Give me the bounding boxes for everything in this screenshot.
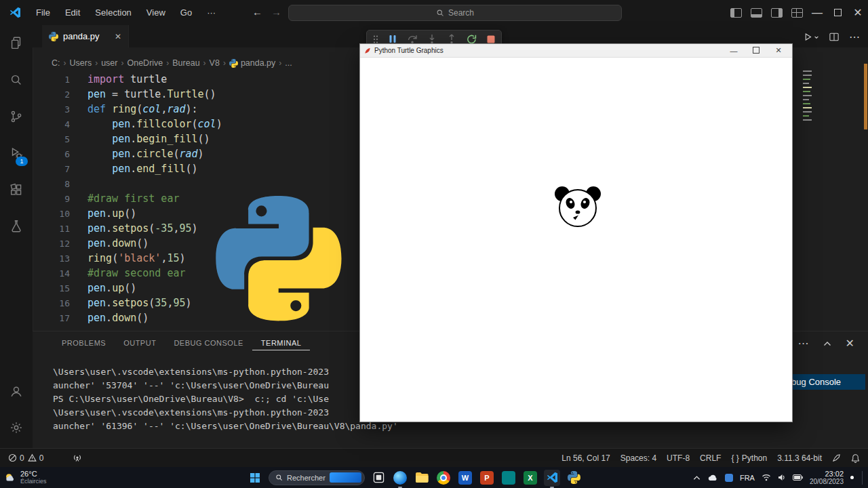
forward-arrow-icon[interactable]: →	[271, 6, 281, 18]
step-into-button[interactable]	[427, 34, 437, 44]
panel-close-icon[interactable]: ✕	[846, 337, 854, 350]
menu-item[interactable]: View	[139, 7, 173, 18]
breadcrumb-item[interactable]: V8	[210, 58, 220, 68]
code-line[interactable]: 15pen.up()	[33, 281, 222, 296]
menu-item[interactable]: Edit	[58, 7, 87, 18]
taskbar-app-teal-icon[interactable]	[500, 470, 517, 486]
encoding[interactable]: UTF-8	[667, 453, 690, 463]
panel-tab-terminal[interactable]: TERMINAL	[252, 336, 311, 350]
status-extra-icon[interactable]	[832, 453, 841, 462]
taskbar-app-browser-icon[interactable]	[435, 470, 452, 486]
breadcrumb-item[interactable]: C:	[52, 58, 60, 68]
terminal-output[interactable]: \Users\user\.vscode\extensions\ms-python…	[53, 365, 398, 433]
step-over-button[interactable]	[407, 34, 418, 44]
breadcrumb-item[interactable]: OneDrive	[127, 58, 163, 68]
breadcrumb-item[interactable]: ...	[285, 58, 292, 68]
menu-item[interactable]: File	[28, 7, 58, 18]
tab-panda-py[interactable]: panda.py ✕	[42, 25, 129, 47]
breadcrumb-item[interactable]: Bureau	[172, 58, 199, 68]
turtle-graphics-window[interactable]: Python Turtle Graphics — ✕	[359, 43, 793, 422]
tray-app-icon[interactable]	[725, 474, 733, 482]
task-view-icon[interactable]	[370, 470, 387, 486]
account-icon[interactable]	[0, 373, 33, 409]
code-line[interactable]: 11pen.setpos(-35,95)	[33, 221, 222, 236]
breadcrumb-item[interactable]: panda.py	[229, 58, 275, 68]
code-line[interactable]: 9#draw first ear	[33, 191, 222, 206]
search-sidebar-icon[interactable]	[0, 62, 33, 98]
taskbar-app-powerpoint-icon[interactable]: P	[479, 470, 495, 486]
command-search-box[interactable]: Search	[288, 5, 622, 21]
extensions-icon[interactable]	[0, 171, 33, 208]
toggle-secondary-sidebar-icon[interactable]	[766, 0, 787, 25]
drag-grip-icon[interactable]	[373, 35, 378, 44]
notifications-bell-icon[interactable]	[851, 453, 860, 463]
restart-button[interactable]	[467, 34, 477, 44]
panel-maximize-chevron-icon[interactable]	[823, 341, 831, 346]
minimize-button[interactable]: —	[807, 0, 827, 25]
start-button[interactable]	[247, 470, 263, 486]
minimap[interactable]	[802, 68, 813, 133]
toggle-panel-icon[interactable]	[746, 0, 766, 25]
taskbar-app-python-icon[interactable]	[566, 470, 582, 486]
more-actions-icon[interactable]: ⋯	[849, 30, 860, 43]
source-control-icon[interactable]	[0, 98, 33, 135]
menu-item[interactable]: ···	[199, 7, 223, 18]
explorer-icon[interactable]	[0, 25, 33, 62]
pause-button[interactable]	[389, 35, 397, 43]
taskbar-app-v scode-icon[interactable]	[544, 470, 560, 486]
customize-layout-icon[interactable]	[787, 0, 807, 25]
code-line[interactable]: 5 pen.begin_fill()	[33, 131, 222, 146]
code-line[interactable]: 1import turtle	[33, 72, 222, 87]
code-line[interactable]: 2pen = turtle.Turtle()	[33, 87, 222, 102]
wifi-icon[interactable]	[762, 474, 771, 481]
code-line[interactable]: 4 pen.fillcolor(col)	[33, 117, 222, 131]
settings-gear-icon[interactable]	[0, 409, 33, 446]
code-line[interactable]: 7 pen.end_fill()	[33, 161, 222, 176]
maximize-button[interactable]	[827, 0, 848, 25]
code-line[interactable]: 8	[33, 176, 222, 191]
onedrive-cloud-icon[interactable]	[707, 474, 718, 481]
volume-icon[interactable]	[778, 474, 786, 481]
menu-item[interactable]: Go	[173, 7, 199, 18]
errors-indicator[interactable]: 0	[8, 453, 24, 463]
toggle-sidebar-icon[interactable]	[726, 0, 746, 25]
turtle-close-button[interactable]: ✕	[769, 46, 788, 55]
turtle-maximize-button[interactable]	[747, 47, 766, 55]
indentation[interactable]: Spaces: 4	[620, 453, 656, 463]
taskbar-clock[interactable]: 23:02 20/08/2023	[810, 470, 844, 486]
hidden-icons-chevron-icon[interactable]	[693, 475, 701, 481]
panel-tab-output[interactable]: OUTPUT	[115, 336, 165, 350]
scrollbar-overview-ruler[interactable]	[864, 64, 867, 129]
split-editor-icon[interactable]	[829, 33, 839, 41]
show-desktop-strip[interactable]	[862, 471, 863, 485]
panel-more-icon[interactable]: ⋯	[798, 337, 809, 350]
turtle-minimize-button[interactable]: —	[724, 47, 743, 55]
breadcrumb-item[interactable]: Users	[70, 58, 92, 68]
code-line[interactable]: 14#draw second ear	[33, 266, 222, 281]
code-line[interactable]: 10pen.up()	[33, 206, 222, 221]
close-button[interactable]: ✕	[848, 0, 868, 25]
code-line[interactable]: 12pen.down()	[33, 236, 222, 251]
code-line[interactable]: 16pen.setpos(35,95)	[33, 296, 222, 310]
turtle-window-titlebar[interactable]: Python Turtle Graphics — ✕	[360, 44, 792, 58]
language-mode[interactable]: { } Python	[731, 453, 767, 463]
step-out-button[interactable]	[447, 34, 456, 44]
code-editor[interactable]: 1import turtle2pen = turtle.Turtle()3def…	[33, 72, 222, 325]
breadcrumb-item[interactable]: user	[101, 58, 117, 68]
weather-widget[interactable]: 26°C Éclaircies	[4, 470, 47, 485]
code-line[interactable]: 17pen.down()	[33, 310, 222, 325]
run-debug-icon[interactable]: 1	[0, 135, 33, 171]
taskbar-app-word-icon[interactable]: W	[457, 470, 473, 486]
taskbar-app-excel-icon[interactable]: X	[522, 470, 538, 486]
code-line[interactable]: 13ring('black',15)	[33, 251, 222, 266]
language-indicator[interactable]: FRA	[740, 474, 755, 482]
code-line[interactable]: 3def ring(col,rad):	[33, 102, 222, 117]
warnings-indicator[interactable]: 0	[28, 453, 44, 463]
code-line[interactable]: 6 pen.circle(rad)	[33, 146, 222, 161]
tab-close-icon[interactable]: ✕	[115, 32, 121, 41]
stop-button[interactable]	[487, 35, 495, 43]
broadcast-icon[interactable]	[73, 453, 82, 462]
testing-flask-icon[interactable]	[0, 208, 33, 245]
panel-tab-debug-console[interactable]: DEBUG CONSOLE	[165, 336, 252, 350]
notification-dot[interactable]	[850, 476, 854, 479]
